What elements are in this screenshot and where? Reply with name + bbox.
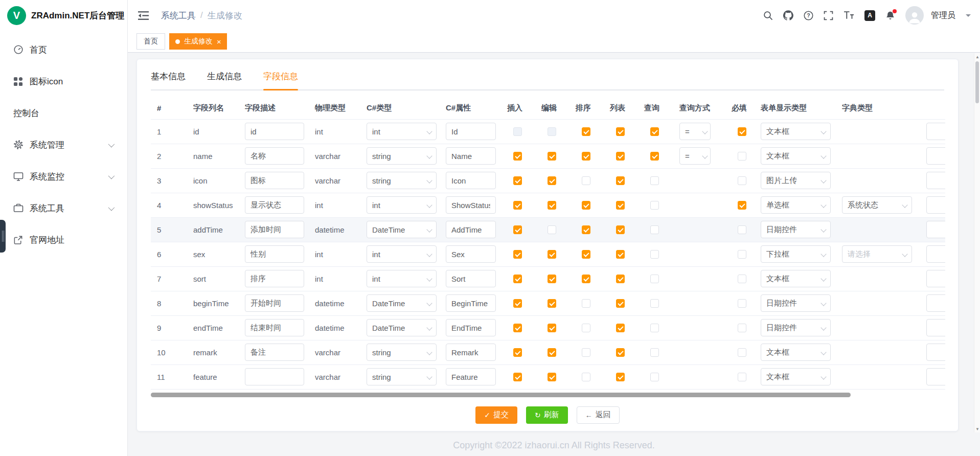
tab-basic-info[interactable]: 基本信息 — [151, 71, 186, 89]
required-checkbox[interactable] — [738, 201, 746, 210]
desc-input[interactable] — [245, 147, 304, 165]
scroll-up-arrow[interactable]: ▲ — [974, 53, 980, 60]
sort-checkbox[interactable] — [582, 225, 590, 234]
desc-input[interactable] — [245, 123, 304, 140]
desc-input[interactable] — [245, 368, 304, 385]
desc-input[interactable] — [245, 270, 304, 287]
sort-checkbox[interactable] — [582, 201, 590, 210]
cs-attr-input[interactable] — [446, 147, 496, 165]
display-type-select[interactable]: 日期控件 — [761, 294, 831, 312]
cs-type-select[interactable]: string — [367, 344, 437, 361]
sort-checkbox[interactable] — [582, 127, 590, 136]
display-type-select[interactable]: 下拉框 — [761, 245, 831, 263]
insert-checkbox[interactable] — [513, 250, 522, 259]
edit-checkbox[interactable] — [548, 250, 556, 259]
fullscreen-button[interactable] — [824, 11, 833, 20]
display-type-select[interactable]: 文本框 — [761, 147, 831, 165]
required-checkbox[interactable] — [738, 225, 746, 234]
cs-attr-input[interactable] — [446, 196, 496, 214]
edit-checkbox[interactable] — [548, 275, 556, 283]
cs-type-select[interactable]: DateTime — [367, 221, 437, 238]
edit-checkbox[interactable] — [548, 225, 556, 234]
dict-type-select[interactable]: 请选择 — [842, 245, 912, 263]
list-checkbox[interactable] — [616, 201, 625, 210]
cs-attr-input[interactable] — [446, 319, 496, 336]
query-checkbox[interactable] — [650, 152, 659, 161]
sidebar-item-system-monitor[interactable]: 系统监控 — [0, 161, 127, 192]
display-type-select[interactable]: 日期控件 — [761, 319, 831, 336]
insert-checkbox[interactable] — [513, 275, 522, 283]
edit-checkbox[interactable] — [548, 152, 556, 161]
cs-type-select[interactable]: int — [367, 196, 437, 214]
cs-type-select[interactable]: DateTime — [367, 294, 437, 312]
query-mode-select[interactable]: = — [679, 147, 711, 165]
tab-generate-info[interactable]: 生成信息 — [207, 71, 242, 89]
insert-checkbox[interactable] — [513, 299, 522, 308]
desc-input[interactable] — [245, 221, 304, 238]
scroll-down-arrow[interactable]: ▼ — [974, 425, 980, 432]
extra-input[interactable] — [926, 270, 945, 287]
insert-checkbox[interactable] — [513, 348, 522, 357]
user-menu-caret-icon[interactable] — [966, 14, 971, 19]
search-button[interactable] — [763, 11, 773, 20]
cs-attr-input[interactable] — [446, 344, 496, 361]
theme-drawer-handle[interactable] — [0, 220, 6, 253]
required-checkbox[interactable] — [738, 299, 746, 308]
cs-attr-input[interactable] — [446, 172, 496, 189]
display-type-select[interactable]: 文本框 — [761, 270, 831, 287]
cs-type-select[interactable]: DateTime — [367, 319, 437, 336]
breadcrumb-link[interactable]: 系统工具 — [161, 10, 196, 21]
list-checkbox[interactable] — [616, 275, 625, 283]
tag-home[interactable]: 首页 — [136, 33, 165, 50]
cs-attr-input[interactable] — [446, 221, 496, 238]
tab-field-info[interactable]: 字段信息 — [263, 71, 298, 89]
horizontal-scrollbar-thumb[interactable] — [151, 393, 851, 397]
sort-checkbox[interactable] — [582, 250, 590, 259]
required-checkbox[interactable] — [738, 127, 746, 136]
required-checkbox[interactable] — [738, 176, 746, 185]
edit-checkbox[interactable] — [548, 373, 556, 381]
github-button[interactable] — [783, 10, 793, 20]
display-type-select[interactable]: 单选框 — [761, 196, 831, 214]
extra-input[interactable] — [926, 368, 945, 385]
cs-type-select[interactable]: int — [367, 123, 437, 140]
sort-checkbox[interactable] — [582, 275, 590, 283]
edit-checkbox[interactable] — [548, 127, 556, 136]
display-type-select[interactable]: 文本框 — [761, 344, 831, 361]
required-checkbox[interactable] — [738, 324, 746, 332]
extra-input[interactable] — [926, 123, 945, 140]
desc-input[interactable] — [245, 245, 304, 263]
extra-input[interactable] — [926, 172, 945, 189]
sidebar-collapse-button[interactable] — [138, 11, 149, 20]
query-checkbox[interactable] — [650, 299, 659, 308]
query-checkbox[interactable] — [650, 225, 659, 234]
sidebar-item-system-manage[interactable]: 系统管理 — [0, 129, 127, 161]
sort-checkbox[interactable] — [582, 348, 590, 357]
insert-checkbox[interactable] — [513, 225, 522, 234]
required-checkbox[interactable] — [738, 275, 746, 283]
submit-button[interactable]: ✓ 提交 — [475, 406, 517, 424]
list-checkbox[interactable] — [616, 299, 625, 308]
list-checkbox[interactable] — [616, 152, 625, 161]
cs-type-select[interactable]: string — [367, 147, 437, 165]
desc-input[interactable] — [245, 344, 304, 361]
help-button[interactable]: ? — [804, 11, 813, 20]
sort-checkbox[interactable] — [582, 373, 590, 381]
sort-checkbox[interactable] — [582, 299, 590, 308]
sort-checkbox[interactable] — [582, 152, 590, 161]
list-checkbox[interactable] — [616, 225, 625, 234]
desc-input[interactable] — [245, 172, 304, 189]
insert-checkbox[interactable] — [513, 201, 522, 210]
font-size-button[interactable] — [844, 11, 854, 20]
sidebar-item-system-tools[interactable]: 系统工具 — [0, 192, 127, 224]
edit-checkbox[interactable] — [548, 201, 556, 210]
query-checkbox[interactable] — [650, 275, 659, 283]
display-type-select[interactable]: 文本框 — [761, 123, 831, 140]
query-checkbox[interactable] — [650, 324, 659, 332]
required-checkbox[interactable] — [738, 348, 746, 357]
vertical-scrollbar-thumb[interactable] — [975, 61, 979, 103]
tag-generate-edit[interactable]: 生成修改 × — [169, 33, 227, 50]
insert-checkbox[interactable] — [513, 373, 522, 381]
sort-checkbox[interactable] — [582, 324, 590, 332]
edit-checkbox[interactable] — [548, 348, 556, 357]
